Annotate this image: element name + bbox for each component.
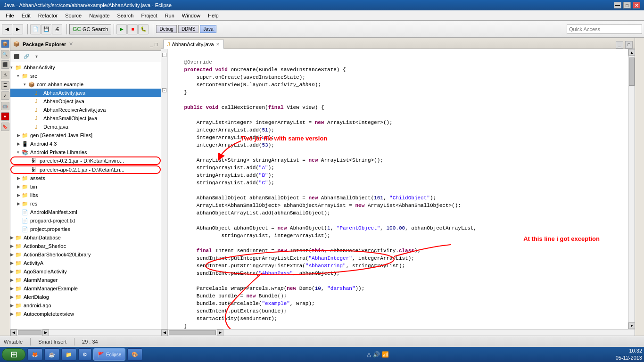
minimize-button[interactable]: —	[614, 2, 621, 8]
tree-item-abhan-small[interactable]: J AbhanSmallObject.java	[10, 114, 161, 123]
tab-close-button[interactable]: ✕	[216, 42, 220, 47]
tree-item-activity-a[interactable]: ▶ 📁 ActivityA	[10, 259, 161, 267]
gc-search-button[interactable]: GC GC Search	[69, 24, 111, 34]
menu-edit[interactable]: Edit	[18, 12, 34, 19]
android-icon[interactable]: 🤖	[1, 102, 9, 110]
scroll-thumb[interactable]	[18, 330, 41, 335]
console-icon[interactable]: ⬛	[1, 60, 9, 69]
editor-maximize-button[interactable]: □	[625, 41, 633, 49]
code-editor[interactable]: @Override protected void onCreate(Bundle…	[168, 49, 628, 329]
tree-item-manifest[interactable]: 📄 AndroidManifest.xml	[10, 208, 161, 216]
tree-item-abhan-activity[interactable]: ▾ 📁 AbhanActivity	[10, 63, 161, 72]
tree-item-assets[interactable]: ▶ 📁 assets	[10, 174, 161, 182]
tree-item-parceler-api-jar[interactable]: 🗄 parceler-api-0.2.1.jar - D:\Ketan\En..…	[10, 165, 161, 174]
taskbar-java[interactable]: ☕	[44, 348, 59, 361]
back-button[interactable]: ◀	[2, 24, 12, 34]
forward-button[interactable]: ▶	[13, 24, 23, 34]
tree-item-parceler-jar[interactable]: 🗄 parceler-0.2.1.jar - D:\Ketan\Enviro..…	[10, 156, 161, 165]
tree-item-android43[interactable]: ▶ 📱 Android 4.3	[10, 140, 161, 148]
search-icon[interactable]: 🔍	[1, 50, 9, 58]
debug-perspective[interactable]: Debug	[156, 25, 176, 33]
menu-file[interactable]: File	[2, 12, 18, 19]
debug-run-button[interactable]: 🐛	[138, 24, 149, 34]
red-icon[interactable]: ●	[1, 112, 9, 121]
tree-item-bin[interactable]: ▶ 📁 bin	[10, 182, 161, 191]
pe-settings-icon[interactable]: ▾	[32, 52, 41, 61]
menu-run[interactable]: Run	[161, 12, 178, 19]
pe-minimize-button[interactable]: _	[150, 41, 153, 47]
stop-button[interactable]: ■	[127, 24, 138, 34]
tree-item-com-abhan[interactable]: ▾ 📦 com.abhan.example	[10, 80, 161, 89]
menu-window[interactable]: Window	[178, 12, 204, 19]
tree-item-abhan-database[interactable]: ▶ 📁 AbhanDatabase	[10, 233, 161, 242]
tree-item-res[interactable]: ▶ 📁 res	[10, 199, 161, 208]
collapse-marker-2[interactable]: −	[162, 88, 166, 92]
taskbar-paint[interactable]: 🎨	[127, 348, 142, 361]
tree-item-actionbarsherlock[interactable]: ▶ 📁 ActionBarSherlock420Library	[10, 250, 161, 259]
scroll-right-arrow[interactable]: ▶	[42, 329, 49, 336]
tree-item-autocomplete[interactable]: ▶ 📁 Autocompletetextview	[10, 310, 161, 318]
editor-vertical-scrollbar[interactable]: ▲ ▼	[628, 49, 635, 329]
editor-scroll-right[interactable]: ▶	[217, 329, 223, 336]
menu-project[interactable]: Project	[137, 12, 161, 19]
pe-maximize-button[interactable]: □	[155, 41, 158, 47]
taskbar-android[interactable]: ⚙	[78, 348, 91, 361]
tree-item-private-libs[interactable]: ▾ 📚 Android Private Libraries	[10, 148, 161, 156]
new-button[interactable]: 📄	[30, 24, 41, 34]
editor-minimize-button[interactable]: _	[616, 41, 623, 49]
menu-refactor[interactable]: Refactor	[34, 12, 62, 19]
scroll-left-arrow[interactable]: ◀	[10, 329, 17, 336]
tree-item-libs[interactable]: ▶ 📁 libs	[10, 191, 161, 199]
ddms-perspective[interactable]: DDMS	[178, 25, 198, 33]
tree-item-abhan-object-java[interactable]: J AbhanObject.java	[10, 97, 161, 106]
menu-navigate[interactable]: Navigate	[85, 12, 113, 19]
taskbar-explorer[interactable]: 📁	[61, 348, 76, 361]
tree-item-gen[interactable]: ▶ 📁 gen [Generated Java Files]	[10, 131, 161, 140]
scroll-down-arrow[interactable]: ▼	[628, 322, 635, 329]
taskbar-eclipse-active[interactable]: 🚩 Eclipse	[93, 348, 125, 361]
taskbar-clock[interactable]: 10:32 05-12-2013	[616, 347, 642, 362]
editor-hscroll-thumb[interactable]	[169, 330, 216, 335]
editor-scroll-left[interactable]: ◀	[161, 329, 168, 336]
java-perspective[interactable]: Java	[200, 25, 216, 33]
tree-item-project-props[interactable]: 📄 project.properties	[10, 225, 161, 233]
taskbar-firefox[interactable]: 🦊	[27, 348, 42, 361]
save-button[interactable]: 💾	[41, 24, 51, 34]
tree-item-src[interactable]: ▾ 📁 src	[10, 72, 161, 80]
collapse-marker-1[interactable]: −	[162, 53, 166, 57]
collapse-all-icon[interactable]: ⬛	[12, 52, 21, 61]
tree-item-abhan-activity-java[interactable]: J AbhanActivity.java	[10, 89, 161, 97]
editor-tab-abhan[interactable]: J AbhanActivity.java ✕	[163, 40, 224, 49]
tree-item-abhan-receiver[interactable]: J AbhanReceiverActivity.java	[10, 106, 161, 114]
quick-access-input[interactable]	[567, 25, 642, 34]
run-button[interactable]: ▶	[116, 24, 127, 34]
pe-horizontal-scrollbar[interactable]: ◀ ▶	[10, 329, 161, 336]
tree-item-demo-java[interactable]: J Demo.java	[10, 123, 161, 131]
print-button[interactable]: 🖨	[52, 24, 62, 34]
maximize-button[interactable]: □	[623, 2, 631, 8]
editor-horizontal-scrollbar[interactable]: ◀ ▶	[161, 329, 635, 336]
pe-tree[interactable]: ▾ 📁 AbhanActivity ▾ 📁 src ▾ 📦 com.abhan.…	[10, 62, 161, 329]
tasks-icon[interactable]: ✓	[1, 91, 9, 100]
tree-item-actionbar-sherloc[interactable]: ▶ 📁 Actionbar_Sherloc	[10, 242, 161, 250]
tree-item-ago-sample[interactable]: ▶ 📁 AgoSampleActivity	[10, 267, 161, 276]
start-button[interactable]: ⊞	[2, 348, 25, 361]
tree-item-alert-dialog[interactable]: ▶ 📁 AlertDialog	[10, 293, 161, 301]
tray-network-icon[interactable]: 📶	[382, 351, 389, 358]
outline-icon[interactable]: ☰	[1, 81, 9, 90]
tree-item-proguard[interactable]: 📄 proguard-project.txt	[10, 216, 161, 225]
menu-search[interactable]: Search	[114, 12, 138, 19]
menu-source[interactable]: Source	[61, 12, 85, 19]
bookmark-icon[interactable]: 🔖	[1, 123, 9, 131]
tree-item-alarm-manager-ex[interactable]: ▶ 📁 AlarmManagerExample	[10, 284, 161, 293]
package-explorer-icon[interactable]: 📦	[1, 40, 9, 48]
tray-volume-icon[interactable]: 🔊	[373, 351, 380, 358]
tree-item-android-ago[interactable]: ▶ 📁 android-ago	[10, 301, 161, 310]
link-editor-icon[interactable]: 🔗	[22, 52, 31, 61]
close-button[interactable]: ✕	[633, 2, 640, 8]
scroll-thumb[interactable]	[629, 58, 635, 86]
tray-arrow-icon[interactable]: △	[367, 351, 371, 358]
scroll-up-arrow[interactable]: ▲	[628, 49, 635, 56]
problems-icon[interactable]: ⚠	[1, 71, 9, 79]
menu-help[interactable]: Help	[204, 12, 223, 19]
